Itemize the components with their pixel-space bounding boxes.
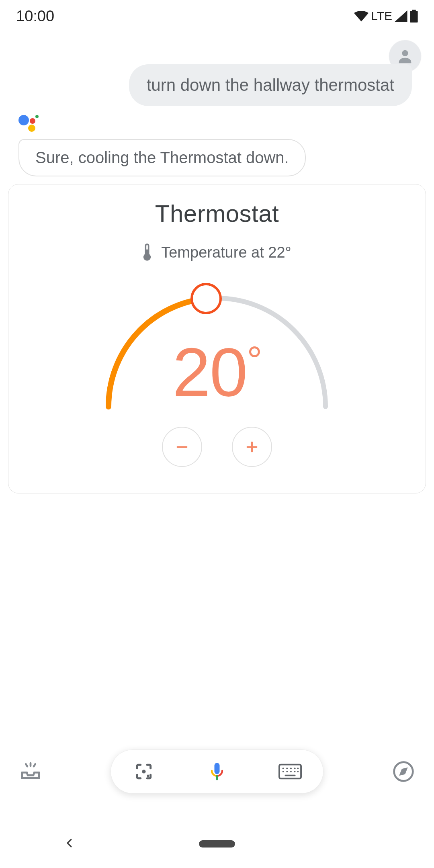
compass-icon bbox=[392, 760, 415, 783]
explore-button[interactable] bbox=[391, 760, 416, 784]
assistant-message-bubble: Sure, cooling the Thermostat down. bbox=[18, 139, 306, 176]
nav-home-handle[interactable] bbox=[199, 840, 235, 848]
svg-line-6 bbox=[34, 764, 35, 766]
status-bar: 10:00 LTE bbox=[0, 0, 434, 32]
keyboard-button[interactable] bbox=[278, 760, 302, 784]
plus-icon bbox=[244, 439, 260, 455]
nav-back-button[interactable] bbox=[63, 837, 76, 851]
chevron-left-icon bbox=[63, 837, 76, 849]
svg-point-8 bbox=[147, 775, 149, 777]
thermostat-subtitle: Temperature at 22° bbox=[143, 244, 291, 261]
minus-icon bbox=[174, 439, 190, 455]
assistant-message-text: Sure, cooling the Thermostat down. bbox=[35, 149, 289, 166]
mic-icon bbox=[207, 761, 227, 782]
thermostat-card: Thermostat Temperature at 22° 20° bbox=[8, 184, 426, 493]
network-label: LTE bbox=[371, 9, 392, 23]
increase-temperature-button[interactable] bbox=[232, 427, 272, 467]
svg-point-0 bbox=[402, 50, 408, 56]
status-indicators: LTE bbox=[354, 9, 418, 23]
set-temperature-value: 20 bbox=[172, 334, 247, 410]
dial-handle[interactable] bbox=[192, 284, 221, 313]
assistant-bottom-bar bbox=[0, 727, 434, 816]
degree-symbol: ° bbox=[247, 339, 261, 382]
status-time: 10:00 bbox=[16, 8, 54, 25]
assistant-input-pill bbox=[111, 749, 323, 794]
inbox-shine-icon bbox=[19, 760, 42, 783]
user-message-bubble: turn down the hallway thermostat bbox=[129, 64, 412, 106]
keyboard-icon bbox=[278, 763, 302, 780]
lens-button[interactable] bbox=[132, 760, 156, 784]
current-temperature-label: Temperature at 22° bbox=[161, 244, 291, 261]
thermometer-icon bbox=[143, 244, 151, 261]
user-message-text: turn down the hallway thermostat bbox=[147, 76, 394, 94]
bottom-fade bbox=[0, 489, 434, 530]
svg-rect-1 bbox=[177, 446, 188, 448]
svg-point-7 bbox=[142, 770, 145, 773]
thermostat-title: Thermostat bbox=[155, 200, 279, 227]
svg-rect-3 bbox=[251, 442, 253, 452]
wifi-icon bbox=[354, 10, 368, 22]
decrease-temperature-button[interactable] bbox=[162, 427, 202, 467]
temperature-dial[interactable]: 20° bbox=[92, 270, 342, 415]
svg-line-4 bbox=[26, 764, 27, 766]
battery-icon bbox=[410, 10, 418, 23]
updates-button[interactable] bbox=[18, 760, 43, 784]
assistant-logo-icon bbox=[18, 113, 43, 137]
mic-button[interactable] bbox=[205, 760, 229, 784]
lens-icon bbox=[134, 762, 154, 782]
android-nav-bar bbox=[0, 820, 434, 868]
person-icon bbox=[396, 47, 414, 66]
set-temperature-display: 20° bbox=[172, 333, 261, 411]
cell-signal-icon bbox=[395, 10, 407, 22]
